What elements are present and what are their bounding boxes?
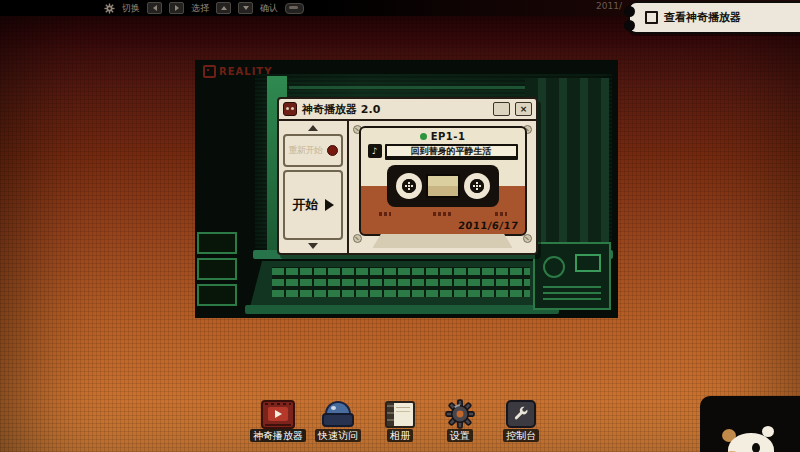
quest-panel[interactable]: 查看神奇播放器 [628,1,800,34]
cassette-title: 回到替身的平静生活 [411,145,492,158]
cassette-app-icon [283,102,297,116]
episode-dot-icon [420,133,427,140]
title-strip-row: ♪ 回到替身的平静生活 [368,144,518,158]
window-body: 重新开始 开始 EP1-1 [279,121,536,253]
keyboard-front-edge [245,305,559,314]
cassette-panel: EP1-1 ♪ 回到替身的平静生活 [349,121,536,253]
desktop-icon-quick-access[interactable]: 快速访问 [306,398,370,442]
game-screen: 切换 选择 确认 2011/ 查看神奇播放器 REALITY [0,0,800,452]
tape-level-window [426,174,460,198]
episode-row: EP1-1 [361,131,525,142]
title-strip: 回到替身的平静生活 [385,144,518,158]
record-dot-icon [327,145,338,156]
music-note-icon: ♪ [368,144,382,158]
hamster-popup[interactable] [700,396,800,452]
quest-checkbox[interactable] [645,11,658,24]
restart-button[interactable]: 重新开始 [283,134,343,167]
peripheral-box [197,232,237,254]
hud-switch-label: 切换 [122,0,140,16]
peripheral-box [197,284,237,306]
desktop-icon-label: 快速访问 [315,429,361,442]
cassette-marking [433,212,453,216]
desktop-icon-label: 相册 [387,429,413,442]
minimize-button[interactable] [493,102,510,116]
desktop-icon-album[interactable]: 相册 [368,398,432,442]
player-controls-panel: 重新开始 开始 [279,121,349,253]
tape-deck-device [533,242,611,310]
hamster-eye [752,443,760,452]
up-arrow-icon [221,6,227,10]
start-label: 开始 [293,196,319,214]
desktop-icon-label: 设置 [447,429,473,442]
album-icon [385,401,415,428]
desktop-icon-player[interactable]: 神奇播放器 [246,398,310,442]
down-arrow-icon [243,6,249,10]
right-arrow-icon [175,5,179,11]
screw-icon [353,234,362,243]
console-icon [506,400,536,428]
deck-dial-icon [543,256,565,278]
hamster-character [722,429,778,452]
up-arrow-icon [308,125,318,131]
hud-date: 2011/ [596,1,622,11]
close-button[interactable]: × [515,102,532,116]
cassette-window [387,165,499,207]
desktop-icon-label: 控制台 [503,429,539,442]
window-titlebar[interactable]: 神奇播放器 2.0 × [279,99,536,121]
cassette-date: 2011/6/17 [457,220,519,231]
deck-slot-icon [575,254,601,272]
cassette-marking [495,212,507,216]
gear-icon [104,3,115,14]
screw-icon [523,234,532,243]
select-down-button[interactable] [238,2,253,14]
desktop-icon-console[interactable]: 控制台 [489,398,553,442]
left-arrow-icon [153,5,157,11]
binder-dot [624,20,635,31]
down-arrow-icon [308,243,318,249]
cassette-tray [373,234,513,248]
quest-item-label: 查看神奇播放器 [664,10,741,25]
bumper-right-button[interactable] [169,2,184,14]
select-up-button[interactable] [216,2,231,14]
player-window: 神奇播放器 2.0 × 重新开始 开始 [277,97,538,255]
play-icon [325,199,334,211]
player-icon [261,400,295,429]
episode-label: EP1-1 [431,131,466,142]
bumper-left-button[interactable] [147,2,162,14]
gear-icon [444,398,476,430]
hud-confirm-label: 确认 [260,0,278,16]
restart-label: 重新开始 [289,144,323,157]
desktop-icon-label: 神奇播放器 [250,429,306,442]
wrench-icon [512,405,530,423]
keyboard [250,261,552,307]
scroll-up-button[interactable] [306,124,320,132]
peripheral-box [197,258,237,280]
reality-logo-icon [203,65,216,78]
quick-access-icon [321,399,355,429]
confirm-key-icon[interactable] [285,3,304,14]
hamster-ear [762,426,774,437]
scroll-down-button[interactable] [306,242,320,250]
reel-right-icon [464,173,490,199]
cassette-marking [379,212,391,216]
cassette-tape[interactable]: EP1-1 ♪ 回到替身的平静生活 [359,126,527,236]
binder-dot [624,6,635,17]
start-button[interactable]: 开始 [283,170,343,240]
desktop-icon-settings[interactable]: 设置 [428,398,492,442]
deck-vent-lines [543,286,601,300]
hud-select-label: 选择 [191,0,209,16]
window-title: 神奇播放器 2.0 [302,102,488,117]
reel-left-icon [396,173,422,199]
